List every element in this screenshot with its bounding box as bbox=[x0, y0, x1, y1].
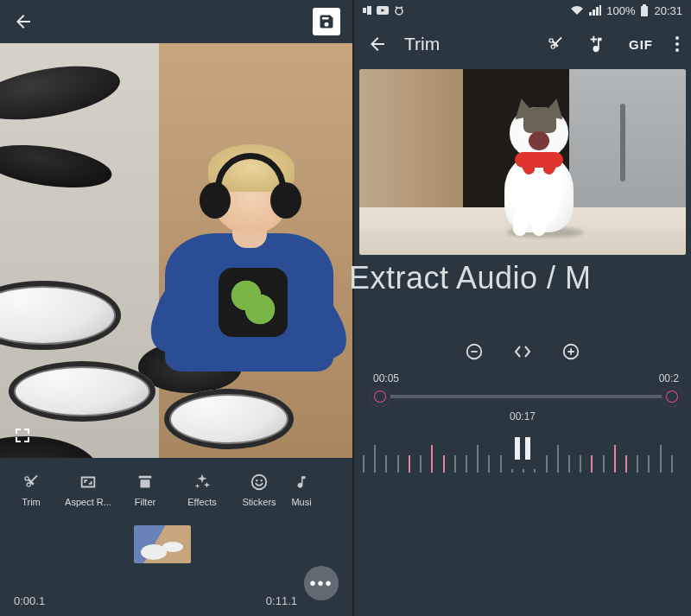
filter-icon bbox=[136, 473, 155, 492]
tool-label: Trim bbox=[22, 497, 41, 507]
zoom-out-icon bbox=[465, 342, 484, 361]
aspect-ratio-icon bbox=[79, 473, 98, 492]
cut-button[interactable] bbox=[546, 35, 565, 54]
battery-icon bbox=[640, 4, 649, 16]
zoom-out-button[interactable] bbox=[461, 339, 487, 365]
fullscreen-button[interactable] bbox=[10, 423, 35, 448]
subtitle-text: Extract Audio / M bbox=[349, 260, 592, 296]
gif-button[interactable]: GIF bbox=[629, 37, 653, 52]
tool-label: Stickers bbox=[242, 497, 276, 507]
tool-stickers[interactable]: Stickers bbox=[231, 473, 287, 507]
scissors-icon bbox=[22, 473, 41, 492]
trim-start-time: 00:05 bbox=[373, 372, 399, 384]
alarm-icon bbox=[394, 5, 404, 16]
svg-point-0 bbox=[252, 475, 267, 490]
tool-music[interactable]: Musi bbox=[288, 473, 314, 507]
svg-rect-8 bbox=[643, 4, 646, 6]
scrub-ruler[interactable] bbox=[354, 422, 691, 500]
trim-end-time: 00:2 bbox=[659, 372, 679, 384]
pause-button[interactable] bbox=[502, 428, 543, 469]
battery-level: 100% bbox=[606, 4, 635, 17]
svg-rect-7 bbox=[641, 6, 648, 16]
back-button[interactable] bbox=[12, 10, 35, 33]
status-bar: 100% 20:31 bbox=[354, 0, 691, 21]
add-music-button[interactable] bbox=[587, 35, 606, 54]
cat-figure bbox=[489, 107, 588, 232]
topbar bbox=[0, 0, 352, 43]
tool-aspect-ratio[interactable]: Aspect R... bbox=[60, 473, 116, 507]
video-preview[interactable] bbox=[0, 43, 352, 458]
svg-point-1 bbox=[256, 479, 257, 481]
svg-point-6 bbox=[396, 8, 403, 15]
trim-video-preview[interactable] bbox=[359, 69, 686, 255]
page-title: Trim bbox=[404, 34, 440, 54]
expand-icon bbox=[12, 425, 33, 446]
trim-current-time: 00:17 bbox=[510, 410, 536, 422]
svg-rect-4 bbox=[367, 6, 371, 15]
save-button[interactable] bbox=[313, 8, 340, 35]
time-end: 0:11.1 bbox=[266, 594, 297, 607]
pause-icon bbox=[515, 437, 530, 460]
back-button[interactable] bbox=[366, 33, 389, 55]
tool-label: Aspect R... bbox=[65, 497, 111, 507]
phone-trim-screen: 100% 20:31 Trim GIF bbox=[354, 0, 691, 616]
overflow-menu-button[interactable] bbox=[675, 36, 679, 52]
topbar: Trim GIF bbox=[354, 21, 691, 67]
clip-timeline[interactable]: 0:00.1 0:11.1 ••• bbox=[0, 522, 352, 616]
wifi-icon bbox=[570, 5, 584, 16]
tool-label: Musi bbox=[291, 497, 311, 507]
code-toggle-button[interactable] bbox=[510, 339, 536, 365]
music-note-icon bbox=[294, 473, 309, 492]
more-button[interactable]: ••• bbox=[304, 566, 339, 600]
zoom-in-icon bbox=[561, 342, 580, 361]
time-start: 0:00.1 bbox=[14, 594, 45, 607]
subtitle-area: Extract Audio / M bbox=[354, 255, 691, 333]
tool-effects[interactable]: Effects bbox=[174, 473, 230, 507]
clip-thumbnail[interactable] bbox=[134, 525, 191, 563]
sparkles-icon bbox=[193, 473, 212, 492]
preview-scene bbox=[0, 43, 352, 458]
arrow-left-icon bbox=[13, 11, 34, 32]
clock-time: 20:31 bbox=[654, 4, 682, 17]
trim-handle-start[interactable] bbox=[370, 386, 390, 407]
tool-label: Effects bbox=[187, 497, 216, 507]
tool-label: Filter bbox=[135, 497, 155, 507]
scissors-icon bbox=[546, 35, 565, 54]
trim-track[interactable] bbox=[373, 395, 672, 398]
zoom-controls bbox=[354, 333, 691, 371]
chevrons-icon bbox=[514, 345, 531, 359]
trim-range[interactable]: 00:05 00:2 00:17 bbox=[354, 371, 691, 422]
gif-label: GIF bbox=[629, 37, 653, 52]
tool-filter[interactable]: Filter bbox=[117, 473, 173, 507]
phone-editor-main: Trim Aspect R... Filter Effects Stickers… bbox=[0, 0, 354, 616]
notification-icon bbox=[363, 6, 371, 15]
youtube-icon bbox=[377, 6, 389, 15]
trim-handle-end[interactable] bbox=[662, 386, 682, 407]
svg-rect-3 bbox=[363, 8, 366, 13]
arrow-left-icon bbox=[367, 34, 388, 54]
tool-trim[interactable]: Trim bbox=[3, 473, 59, 507]
svg-point-2 bbox=[261, 479, 263, 481]
save-icon bbox=[318, 13, 335, 30]
music-add-icon bbox=[587, 35, 606, 54]
ellipsis-icon: ••• bbox=[309, 574, 333, 594]
smiley-icon bbox=[250, 473, 269, 492]
edit-toolbar: Trim Aspect R... Filter Effects Stickers… bbox=[0, 458, 352, 522]
zoom-in-button[interactable] bbox=[558, 339, 584, 365]
signal-icon bbox=[589, 5, 601, 16]
